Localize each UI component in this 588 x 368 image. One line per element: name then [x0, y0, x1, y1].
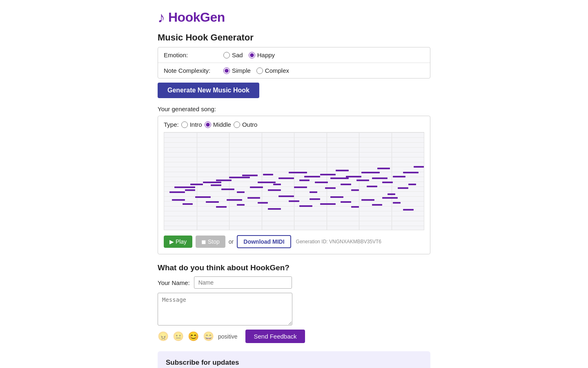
feedback-title: What do you think about HookGen?: [158, 263, 430, 272]
note-bar: [315, 182, 328, 183]
generated-song-label: Your generated song:: [158, 105, 430, 112]
note-bar: [174, 186, 195, 188]
sentiment-happy-emoji[interactable]: 😊: [188, 331, 199, 342]
note-bar: [216, 206, 226, 208]
note-bar: [258, 202, 268, 204]
note-bar: [289, 172, 307, 173]
note-bar: [294, 186, 307, 188]
complexity-simple-option[interactable]: Simple: [223, 67, 251, 74]
note-bar: [289, 200, 299, 202]
note-bar: [304, 176, 320, 177]
emotion-happy-radio[interactable]: [249, 52, 255, 58]
note-bar: [203, 182, 221, 183]
page-title: Music Hook Generator: [158, 32, 430, 43]
sentiment-row: 😠 😐 😊 😄 positive Send Feedback: [158, 330, 430, 343]
play-button[interactable]: ▶ Play: [164, 236, 192, 248]
note-bar: [382, 182, 392, 183]
note-bar: [169, 191, 185, 193]
options-box: Emotion: Sad Happy Note Complexity: Simp…: [158, 47, 430, 79]
note-bar: [403, 172, 419, 173]
note-bar: [299, 180, 310, 181]
note-bar: [216, 180, 232, 181]
sentiment-neutral-emoji[interactable]: 😐: [173, 331, 184, 342]
type-outro-option[interactable]: Outro: [234, 121, 258, 128]
sentiment-very-happy-emoji[interactable]: 😄: [203, 331, 214, 342]
note-bar: [330, 177, 349, 179]
logo-text-colored: Gen: [200, 10, 225, 25]
or-text: or: [229, 238, 234, 245]
type-outro-radio[interactable]: [234, 121, 240, 128]
note-bar: [388, 193, 395, 195]
note-bar: [185, 189, 195, 191]
type-intro-option[interactable]: Intro: [181, 121, 202, 128]
note-bar: [341, 201, 351, 203]
generation-id: Generation ID: VNGNXAKMBBV35VT6: [296, 239, 381, 245]
complexity-label: Note Complexity:: [164, 67, 217, 74]
name-input[interactable]: [194, 276, 292, 289]
type-middle-radio[interactable]: [205, 121, 211, 128]
feedback-section: What do you think about HookGen? Your Na…: [158, 263, 430, 343]
note-bar: [377, 168, 390, 169]
note-bar: [320, 174, 336, 175]
note-bar: [250, 186, 263, 188]
note-bar: [278, 195, 294, 197]
logo-text-plain: Hook: [168, 10, 200, 25]
logo-area: ♪ HookGen: [158, 10, 430, 25]
note-bar: [356, 180, 370, 181]
emotion-happy-option[interactable]: Happy: [249, 52, 275, 58]
subscribe-title: Subscribe for updates: [166, 359, 422, 367]
note-bar: [227, 199, 242, 201]
note-bar: [310, 198, 320, 200]
note-bar: [268, 189, 281, 191]
type-label: Type:: [164, 121, 179, 128]
note-bar: [336, 170, 349, 171]
note-bar: [229, 177, 250, 178]
note-bar: [341, 184, 351, 185]
note-bar: [299, 205, 312, 207]
note-bar: [237, 191, 245, 193]
name-row: Your Name:: [158, 276, 430, 289]
complexity-complex-radio[interactable]: [256, 67, 263, 74]
emotion-sad-option[interactable]: Sad: [223, 52, 243, 58]
note-bar: [414, 166, 424, 168]
send-feedback-button[interactable]: Send Feedback: [245, 330, 305, 343]
subscribe-box: Subscribe for updates Subscribe to get n…: [158, 351, 430, 368]
emotion-sad-radio[interactable]: [223, 52, 230, 58]
note-bar: [372, 204, 382, 206]
note-bar: [382, 197, 398, 199]
download-midi-button[interactable]: Download MIDI: [237, 235, 291, 248]
note-bar: [211, 184, 221, 186]
generate-button[interactable]: Generate New Music Hook: [158, 83, 259, 98]
complexity-simple-radio[interactable]: [223, 67, 230, 74]
piano-roll-inner: [164, 132, 424, 230]
emotion-label: Emotion:: [164, 52, 217, 58]
message-textarea[interactable]: [158, 293, 292, 325]
playback-row: ▶ Play ◼ Stop or Download MIDI Generatio…: [164, 235, 424, 248]
note-bar: [258, 182, 276, 183]
piano-roll: [164, 132, 424, 230]
note-bar: [310, 191, 317, 193]
note-bar: [361, 199, 374, 201]
sentiment-angry-emoji[interactable]: 😠: [158, 331, 169, 342]
sentiment-label: positive: [218, 333, 237, 340]
note-bar: [325, 187, 335, 189]
note-bar: [221, 188, 234, 190]
note-bar: [242, 175, 258, 176]
note-bar: [372, 177, 388, 179]
complexity-radio-group: Simple Complex: [223, 67, 289, 74]
note-bar: [263, 174, 273, 175]
type-middle-option[interactable]: Middle: [205, 121, 231, 128]
note-bar: [393, 176, 406, 177]
note-bar: [367, 186, 377, 187]
type-row: Type: Intro Middle Outro: [164, 121, 424, 128]
complexity-complex-option[interactable]: Complex: [256, 67, 289, 74]
note-bar: [398, 187, 408, 189]
complexity-row: Note Complexity: Simple Complex: [158, 63, 430, 78]
note-bar: [408, 184, 416, 185]
stop-button[interactable]: ◼ Stop: [196, 236, 225, 248]
note-bar: [206, 201, 219, 203]
type-intro-radio[interactable]: [181, 121, 188, 128]
note-bar: [403, 209, 413, 211]
emotion-row: Emotion: Sad Happy: [158, 47, 430, 63]
note-bar: [320, 203, 336, 205]
